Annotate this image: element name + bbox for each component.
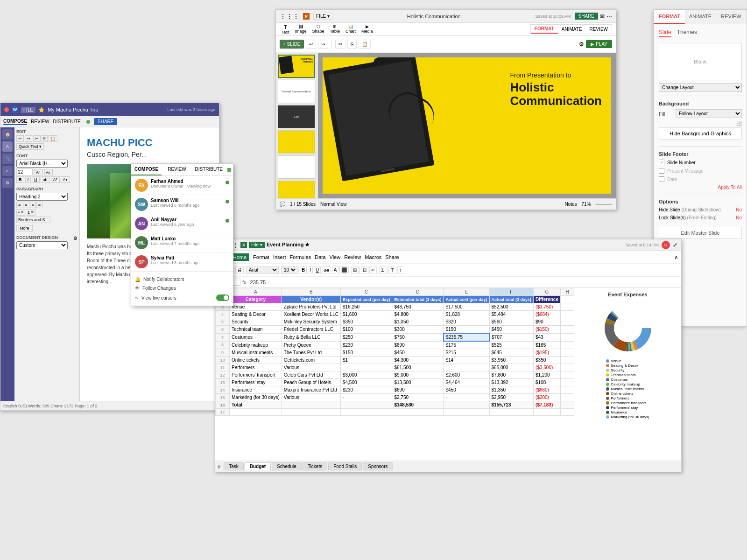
- cell-tickets-est[interactable]: $4,300: [392, 357, 444, 364]
- change-layout-select[interactable]: Change Layout: [659, 83, 742, 92]
- cell-costumes-cat[interactable]: Costumes: [230, 333, 282, 341]
- cell-perf-exp[interactable]: -: [340, 364, 392, 371]
- copy-btn[interactable]: ⎘: [347, 40, 357, 49]
- cell-tech-exp[interactable]: $100: [340, 326, 392, 334]
- cell-seating-act[interactable]: $1,828: [444, 311, 489, 318]
- follow-changes-btn[interactable]: 👁 Follow Changes: [135, 284, 229, 293]
- paste-btn[interactable]: 📋: [359, 40, 371, 49]
- cell-perf-diff[interactable]: ($3,500): [534, 364, 561, 371]
- col-C[interactable]: C: [340, 288, 392, 296]
- sidebar-insert-icon[interactable]: 📎: [2, 154, 13, 164]
- cell-insurance-total[interactable]: $1,350: [489, 386, 534, 394]
- cell-venue-cat[interactable]: Venue: [230, 303, 282, 311]
- settings-btn[interactable]: ⚙: [579, 41, 584, 48]
- sheet-menu-view[interactable]: View: [330, 254, 341, 260]
- cell-security-cat[interactable]: Security: [230, 318, 282, 326]
- hide-bg-graphics-btn[interactable]: Hide Background Graphics: [659, 127, 742, 140]
- strikethrough-btn[interactable]: ab: [41, 176, 50, 183]
- cell-tech-cat[interactable]: Technical team: [230, 326, 282, 334]
- sheet-menu-review[interactable]: Review: [344, 254, 361, 260]
- cell-makeup-total[interactable]: $525: [489, 341, 534, 349]
- pres-table-tool[interactable]: ⊞ Table: [328, 23, 342, 35]
- cell-stay-diff[interactable]: $108: [534, 379, 561, 386]
- cell-tech-total[interactable]: $450: [489, 326, 534, 334]
- slide-thumb-6[interactable]: 6: [278, 181, 315, 198]
- cell-venue-exp[interactable]: $16,250: [340, 303, 392, 311]
- cell-marketing-exp[interactable]: -: [340, 394, 392, 401]
- slide-thumb-4[interactable]: 4: [278, 130, 315, 154]
- cell-tickets-vendor[interactable]: Gettickets.com: [282, 357, 340, 364]
- filter-btn[interactable]: ⊤: [388, 266, 396, 273]
- cell-makeup-diff[interactable]: $165: [534, 341, 561, 349]
- cell-transport-vendor[interactable]: Celeb Cars Pvt Ltd: [282, 371, 340, 379]
- cell-costumes-est[interactable]: $750: [392, 333, 444, 341]
- cell-tickets-cat[interactable]: Online tickets: [230, 357, 282, 364]
- bold-btn[interactable]: B: [16, 176, 24, 183]
- cell-stay-cat[interactable]: Performers' stay: [230, 379, 282, 386]
- word-menu-review[interactable]: REVIEW: [31, 119, 49, 124]
- cell-venue-est[interactable]: $48,750: [392, 303, 444, 311]
- subscript-btn[interactable]: A₂: [61, 176, 70, 183]
- sheet-tab-food[interactable]: Food Stalls: [328, 462, 362, 470]
- quick-text-btn[interactable]: Quick Text ▾: [16, 143, 44, 150]
- italic-btn[interactable]: I: [308, 266, 313, 273]
- cell-security-total[interactable]: $960: [489, 318, 534, 326]
- sidebar-home-icon[interactable]: 🏠: [2, 129, 13, 140]
- view-mode[interactable]: Normal View: [320, 202, 347, 207]
- customize-link[interactable]: Fill: [659, 121, 742, 126]
- view-cursors-btn[interactable]: ↖ View live cursors: [135, 293, 229, 303]
- cell-insurance-cat[interactable]: Insurance: [230, 386, 282, 394]
- cell-costumes-total[interactable]: $707: [489, 333, 534, 341]
- sheet-tab-schedule[interactable]: Schedule: [272, 462, 302, 470]
- slide-thumb-1[interactable]: 1 From Pres... Holistic: [278, 55, 315, 78]
- cell-tech-act[interactable]: $150: [444, 326, 489, 334]
- cell-music-total[interactable]: $645: [489, 349, 534, 357]
- cell-seating-cat[interactable]: Seating & Decor: [230, 311, 282, 318]
- paste-btn[interactable]: 📋: [49, 135, 57, 142]
- word-menu-distribute[interactable]: DISTRIBUTE: [53, 119, 81, 124]
- pres-media-tool[interactable]: ▶ Media: [359, 23, 375, 35]
- strikethrough-btn[interactable]: ab̶: [322, 266, 331, 273]
- merge-btn[interactable]: ⊡: [361, 266, 368, 273]
- col-H[interactable]: H: [560, 288, 574, 296]
- date-checkbox[interactable]: [659, 176, 664, 182]
- add-sheet-btn[interactable]: +: [217, 463, 221, 470]
- collapse-icon[interactable]: ∧: [674, 254, 678, 260]
- wrap-btn[interactable]: ↵: [369, 266, 377, 273]
- notes-btn[interactable]: Notes: [564, 202, 577, 207]
- sheet-expand-icon[interactable]: ⤢: [673, 242, 677, 248]
- slide-thumb-2[interactable]: 2 Mental Representation: [278, 80, 315, 103]
- cell-security-est[interactable]: $1,050: [392, 318, 444, 326]
- cell-perf-vendor[interactable]: Various: [282, 364, 340, 371]
- notify-collaborators-btn[interactable]: 🔔 Notify Collaborators: [135, 275, 229, 284]
- bullet-list-btn[interactable]: • ≡: [16, 209, 25, 216]
- format-tab[interactable]: FORMAT: [654, 10, 685, 24]
- cell-venue-diff[interactable]: ($3,750): [534, 303, 561, 311]
- envelope-icon[interactable]: ✉: [600, 13, 605, 20]
- cell-marketing-vendor[interactable]: Various: [282, 394, 340, 401]
- undo-btn[interactable]: ↩: [306, 40, 316, 49]
- bg-color-btn[interactable]: ⬛: [339, 266, 349, 273]
- cell-marketing-est[interactable]: $2,750: [392, 394, 444, 401]
- copy-btn[interactable]: ⎘: [42, 135, 48, 142]
- collab-tab-compose[interactable]: COMPOSE: [131, 164, 162, 175]
- sheet-menu-macros[interactable]: Macros: [365, 254, 381, 260]
- numbered-list-btn[interactable]: 1 ≡: [26, 209, 35, 216]
- sheet-tab-sponsors[interactable]: Sponsors: [363, 462, 393, 470]
- formula-input[interactable]: [248, 279, 679, 286]
- more-btn[interactable]: More: [16, 225, 33, 231]
- pres-image-tool[interactable]: 🖼 Image: [293, 23, 309, 35]
- close-icon[interactable]: [4, 107, 9, 112]
- sidebar-review-icon[interactable]: ✓: [2, 166, 13, 176]
- cell-seating-total[interactable]: $5,484: [489, 311, 534, 318]
- play-btn[interactable]: ▶ PLAY: [586, 40, 612, 48]
- cell-tickets-act[interactable]: $14: [444, 357, 489, 364]
- sheet-tab-budget[interactable]: Budget: [245, 462, 271, 470]
- cell-music-est[interactable]: $450: [392, 349, 444, 357]
- cell-transport-diff[interactable]: $1,200: [534, 371, 561, 379]
- word-menu-share-btn[interactable]: SHARE: [94, 118, 117, 125]
- sheet-menu-formulas[interactable]: Formulas: [289, 254, 311, 260]
- cell-music-diff[interactable]: ($195): [534, 349, 561, 357]
- cell-security-act[interactable]: $320: [444, 318, 489, 326]
- cell-insurance-vendor[interactable]: Maxpro Insurance Pvt Ltd: [282, 386, 340, 394]
